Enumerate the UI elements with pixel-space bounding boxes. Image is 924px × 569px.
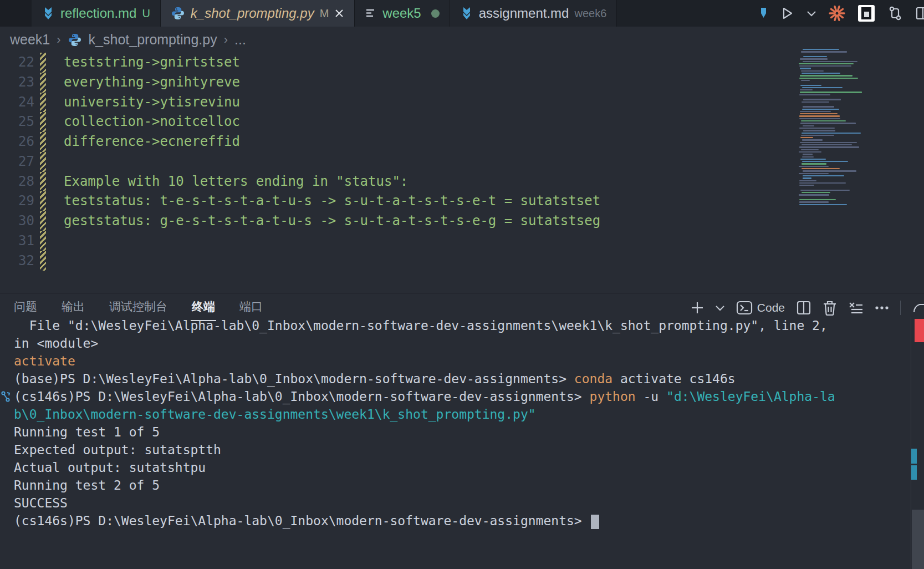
code-line: 30geststatus: g-e-s-t-s-t-a-t-u-s -> s-u…: [0, 211, 924, 231]
code-line: 29teststatus: t-e-s-t-s-t-a-t-u-s -> s-u…: [0, 191, 924, 211]
minimap-line: [800, 75, 852, 76]
terminal-text-segment: "d:\WesleyFei\Alpha-la: [666, 389, 835, 404]
editor-tab-reflection-md[interactable]: reflection.mdU: [32, 0, 161, 27]
minimap-line: [801, 51, 847, 52]
minimap-line: [799, 65, 852, 67]
line-number: 32: [0, 251, 34, 271]
terminal-line: Running test 1 of 5: [0, 423, 911, 441]
terminal-line: File "d:\WesleyFei\Alpha-lab\0_Inbox\mod…: [0, 317, 911, 334]
split-editor-icon[interactable]: [915, 6, 924, 21]
minimap-line: [802, 139, 823, 140]
code-line: 31: [0, 231, 924, 251]
toolbar-separator: [900, 301, 901, 315]
minimap-line: [799, 182, 846, 184]
minimap-line: [802, 144, 852, 145]
minimap-line: [802, 161, 848, 162]
minimap-line: [802, 192, 830, 193]
breadcrumb-item[interactable]: ...: [234, 32, 246, 48]
minimap-line: [799, 115, 840, 116]
tab-dirty-dot[interactable]: [431, 9, 440, 18]
minimap-line: [803, 49, 839, 50]
line-number: 29: [0, 191, 34, 211]
minimap-line: [799, 94, 830, 95]
terminal-line: (cs146s)PS D:\WesleyFei\Alpha-lab\0_Inbo…: [0, 512, 911, 530]
tab-label: week5: [382, 6, 421, 21]
line-number: 22: [0, 53, 34, 73]
bottom-panel: 问题输出调试控制台终端端口 Code File "d:\WesleyFei\Al…: [0, 293, 924, 569]
terminal-line: Expected output: sutatsptth: [0, 441, 911, 459]
line-number: 24: [0, 93, 34, 113]
clear-icon[interactable]: [848, 301, 864, 314]
gutter-modified-indicator: [40, 211, 46, 231]
split-panel-icon[interactable]: [796, 300, 811, 316]
terminal-text-segment: -u: [636, 389, 666, 404]
terminal-line: in <module>: [0, 334, 911, 352]
minimap-line: [799, 118, 840, 119]
gutter-modified-indicator: [40, 231, 46, 251]
tab-status-badge: M: [320, 7, 329, 20]
terminal-text-segment: python: [590, 389, 636, 404]
minimap-line: [800, 190, 850, 191]
terminal-code-icon: [736, 301, 753, 315]
terminal-output[interactable]: File "d:\WesleyFei\Alpha-lab\0_Inbox\mod…: [0, 317, 911, 569]
minimap-line: [800, 113, 838, 114]
tab-description: week6: [574, 7, 606, 20]
code-text: teststatus: t-e-s-t-s-t-a-t-u-s -> s-u-t…: [64, 191, 600, 211]
breadcrumb[interactable]: week1›k_shot_prompting.py›...: [0, 27, 924, 53]
terminal-line: Actual output: sutatshtpu: [0, 459, 911, 476]
terminal-profile-button[interactable]: Code: [736, 301, 785, 315]
line-number: 25: [0, 112, 34, 132]
breadcrumb-separator: ›: [224, 33, 228, 47]
tab-label: k_shot_prompting.py: [191, 6, 314, 21]
minimap[interactable]: [797, 49, 869, 206]
minimap-line: [800, 68, 811, 69]
minimap-line: [802, 156, 814, 158]
minimap-line: [799, 173, 829, 174]
editor-tab-k-shot-prompting-py[interactable]: k_shot_prompting.pyM: [161, 0, 355, 27]
terminal-command-decoration-icon: [1, 390, 11, 403]
minimap-line: [800, 58, 828, 59]
breadcrumb-item[interactable]: k_shot_prompting.py: [89, 32, 217, 48]
minimap-line: [799, 146, 859, 148]
panel-corner-icon[interactable]: [912, 301, 924, 314]
chevron-down-icon[interactable]: [715, 304, 725, 311]
code-line: 23everything->gnihtyreve: [0, 73, 924, 93]
gutter-modified-indicator: [40, 112, 46, 132]
starburst-icon[interactable]: [829, 5, 845, 22]
ellipsis-icon[interactable]: [875, 306, 889, 310]
trash-icon[interactable]: [823, 300, 837, 316]
minimap-line: [799, 199, 836, 200]
list-icon: [365, 7, 377, 19]
minimap-line: [803, 170, 856, 171]
terminal-profile-label: Code: [757, 301, 785, 314]
down-arrow-small-icon[interactable]: [759, 7, 768, 20]
minimap-line: [799, 201, 829, 202]
code-line: 26difference->ecnereffid: [0, 132, 924, 152]
gutter-modified-indicator: [40, 93, 46, 113]
gutter-modified-indicator: [40, 53, 46, 73]
minimap-line: [803, 106, 834, 107]
code-editor[interactable]: 22teststring->gnirtstset23everything->gn…: [0, 53, 924, 293]
terminal-line: activate: [0, 352, 911, 370]
minimap-line: [801, 80, 810, 81]
vscode-window: reflection.mdUk_shot_prompting.pyMweek5a…: [0, 0, 924, 569]
terminal-text-segment: Running test 2 of 5: [14, 478, 160, 492]
editor-tab-week5[interactable]: week5: [355, 0, 450, 27]
source-control-graph-icon[interactable]: [887, 6, 903, 21]
chevron-down-icon[interactable]: [806, 10, 816, 17]
code-line: 25collection->noitcelloc: [0, 112, 924, 132]
line-number: 28: [0, 172, 34, 192]
code-line: 28Example with 10 letters ending in "sta…: [0, 172, 924, 192]
tab-close-icon[interactable]: [334, 8, 344, 18]
minimap-line: [800, 89, 813, 90]
plus-icon[interactable]: [691, 301, 704, 314]
minimap-line: [802, 109, 839, 110]
minimap-line: [799, 128, 835, 129]
editor-tab-assignment-md[interactable]: assignment.mdweek6: [450, 0, 617, 27]
breadcrumb-item[interactable]: week1: [10, 32, 50, 48]
line-number: 31: [0, 231, 34, 251]
minimap-line: [799, 151, 821, 153]
square-badge-icon[interactable]: [857, 4, 875, 22]
run-icon[interactable]: [780, 6, 794, 21]
terminal-scrollbar-thumb[interactable]: [912, 510, 924, 569]
